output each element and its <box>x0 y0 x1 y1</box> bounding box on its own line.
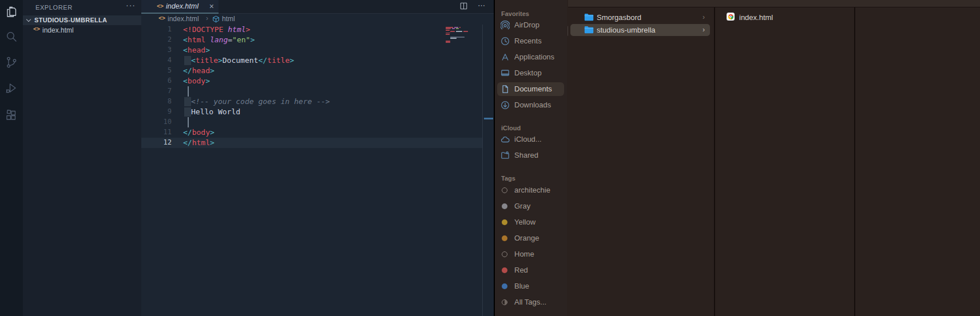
sidebar-item-label: AirDrop <box>514 21 539 29</box>
minimap-mark <box>456 31 462 32</box>
recents-icon <box>501 37 510 46</box>
finder-item-label: index.html <box>739 13 773 22</box>
line-number[interactable]: 6 <box>141 77 172 85</box>
sidebar-item-shared[interactable]: Shared <box>497 149 564 162</box>
code-line-2[interactable]: 2<html lang="en"> <box>141 35 482 45</box>
search-icon[interactable] <box>5 30 18 43</box>
code-text: Hello World <box>191 107 240 116</box>
finder-column-2: index.html <box>715 8 854 316</box>
folder-icon <box>584 26 594 34</box>
activity-bar <box>0 0 23 316</box>
sidebar-item-icloud[interactable]: iCloud... <box>497 133 564 146</box>
extensions-icon[interactable] <box>5 109 18 122</box>
source-control-icon[interactable] <box>5 55 18 69</box>
tag-dot-icon <box>502 283 507 289</box>
sidebar-item-downloads[interactable]: Downloads <box>497 98 564 112</box>
line-number[interactable]: 4 <box>141 56 172 64</box>
finder-item-index.html[interactable]: index.html <box>717 11 850 23</box>
folder-icon <box>584 13 594 21</box>
sidebar-item-applications[interactable]: Applications <box>497 50 564 64</box>
code-line-11[interactable]: 11</body> <box>141 127 482 138</box>
chevron-down-icon <box>26 17 31 22</box>
more-actions-icon[interactable]: ⋯ <box>478 1 486 10</box>
code-line-7[interactable]: 7 <box>141 86 482 97</box>
finder-item-smorgasbord[interactable]: Smorgasbord› <box>570 11 710 23</box>
minimap-mark <box>450 31 455 32</box>
explorer-title: EXPLORER <box>35 4 73 11</box>
sidebar-item-desktop[interactable]: Desktop <box>497 66 564 80</box>
sidebar-section-favorites: Favorites <box>501 10 529 17</box>
sidebar-item-label: Recents <box>514 37 542 45</box>
minimap-mark <box>446 34 450 35</box>
documents-icon <box>501 85 510 94</box>
sidebar-item-label: iCloud... <box>514 135 542 143</box>
sidebar-item-documents[interactable]: Documents <box>497 82 564 96</box>
sidebar-item-airdrop[interactable]: AirDrop <box>497 18 564 32</box>
code-text: <head> <box>183 46 210 54</box>
code-line-6[interactable]: 6<body> <box>141 76 482 86</box>
code-line-4[interactable]: 4<title>Document</title> <box>141 55 482 66</box>
run-debug-icon[interactable] <box>5 81 18 95</box>
code-editor[interactable]: 1<!DOCTYPE html>2<html lang="en">3<head>… <box>141 25 494 316</box>
sidebar-item-label: architechie <box>514 186 550 194</box>
code-line-9[interactable]: 9Hello World <box>141 107 482 117</box>
line-number[interactable]: 9 <box>141 107 172 115</box>
close-icon[interactable]: × <box>209 2 214 11</box>
code-line-1[interactable]: 1<!DOCTYPE html> <box>141 25 482 35</box>
sidebar-item-label: Gray <box>514 202 530 210</box>
html-code-icon: <> <box>157 3 164 9</box>
line-number[interactable]: 12 <box>141 138 172 146</box>
minimap-mark <box>456 28 459 29</box>
sidebar-item-home[interactable]: Home <box>497 247 564 261</box>
files-icon[interactable] <box>5 5 18 18</box>
line-number[interactable]: 8 <box>141 97 172 105</box>
sidebar-item-label: Red <box>514 266 528 274</box>
sidebar-item-yellow[interactable]: Yellow <box>497 215 564 229</box>
indent-guide <box>188 117 189 127</box>
sidebar-item-label: Home <box>514 250 534 258</box>
more-actions-icon[interactable]: ··· <box>126 1 136 10</box>
sidebar-item-red[interactable]: Red <box>497 263 564 277</box>
downloads-icon <box>501 101 510 110</box>
whitespace-highlight <box>184 107 191 117</box>
code-line-12[interactable]: 12</html> <box>141 138 482 148</box>
finder-columns: Smorgasbord›studious-umbrella›index.html <box>568 0 980 316</box>
line-number[interactable]: 5 <box>141 66 172 74</box>
indent-guide <box>188 86 189 97</box>
scrollbar-overview-ruler[interactable] <box>482 25 494 316</box>
sidebar-item-orange[interactable]: Orange <box>497 231 564 245</box>
minimap-mark <box>463 31 468 32</box>
code-text: </body> <box>183 128 215 137</box>
editor-group: <> index.html × ⋯ <> index.html › <box>141 0 494 316</box>
sidebar-item-recents[interactable]: Recents <box>497 34 564 48</box>
chevron-right-icon: › <box>703 13 705 21</box>
split-editor-icon[interactable] <box>460 2 467 12</box>
breadcrumb: <> index.html › html <box>141 14 494 25</box>
explorer-panel: EXPLORER ··· STUDIOUS-UMBRELLA <>index.h… <box>23 0 141 316</box>
sidebar-item-all-tags[interactable]: All Tags... <box>497 295 564 309</box>
code-line-3[interactable]: 3<head> <box>141 45 482 55</box>
line-number[interactable]: 11 <box>141 128 172 136</box>
explorer-file-index.html[interactable]: <>index.html <box>23 25 141 35</box>
line-number[interactable]: 2 <box>141 35 172 43</box>
line-number[interactable]: 3 <box>141 46 172 54</box>
minimap[interactable] <box>443 25 482 59</box>
sidebar-item-gray[interactable]: Gray <box>497 199 564 213</box>
breadcrumb-symbol[interactable]: html <box>222 15 235 23</box>
finder-item-studious-umbrella[interactable]: studious-umbrella› <box>570 24 710 36</box>
tag-dot-icon <box>502 251 507 257</box>
line-number[interactable]: 1 <box>141 25 172 33</box>
code-line-10[interactable]: 10 <box>141 117 482 127</box>
line-number[interactable]: 7 <box>141 87 172 95</box>
breadcrumb-file[interactable]: index.html <box>168 15 199 23</box>
sidebar-item-label: All Tags... <box>514 298 546 306</box>
sidebar-item-architechie[interactable]: architechie <box>497 183 564 197</box>
tab-index-html[interactable]: <> index.html × <box>141 0 219 14</box>
code-line-5[interactable]: 5</head> <box>141 66 482 76</box>
line-number[interactable]: 10 <box>141 118 172 126</box>
code-line-8[interactable]: 8<!-- your code goes in here --> <box>141 97 482 107</box>
finder-sidebar: FavoritesAirDropRecentsApplicationsDeskt… <box>495 0 567 316</box>
project-folder-row[interactable]: STUDIOUS-UMBRELLA <box>23 15 141 25</box>
tag-dot-icon <box>502 299 507 305</box>
sidebar-item-blue[interactable]: Blue <box>497 279 564 293</box>
